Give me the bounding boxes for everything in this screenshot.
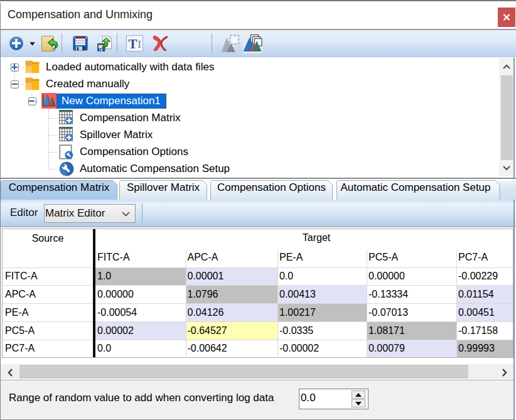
svg-text:T: T	[128, 36, 137, 51]
svg-text:I: I	[137, 38, 141, 50]
